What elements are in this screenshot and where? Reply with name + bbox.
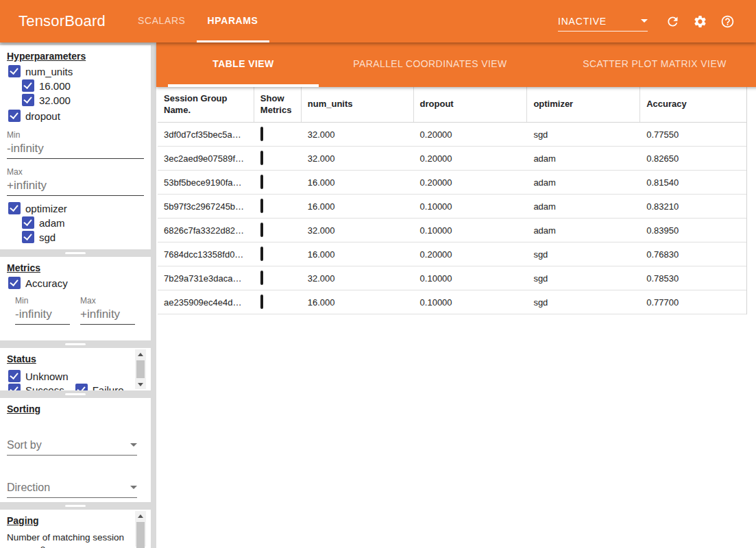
checkbox-num-units[interactable] bbox=[8, 65, 21, 77]
optimizer-value: sgd bbox=[527, 249, 640, 260]
status-failure[interactable]: Failure bbox=[67, 384, 124, 390]
paging-scrollbar[interactable] bbox=[135, 511, 146, 547]
hparams-main: TABLE VIEW PARALLEL COORDINATES VIEW SCA… bbox=[156, 42, 756, 548]
show-metrics-checkbox[interactable] bbox=[260, 151, 263, 165]
show-metrics-checkbox[interactable] bbox=[260, 199, 263, 213]
show-metrics-checkbox[interactable] bbox=[260, 295, 263, 309]
accuracy-min-input[interactable] bbox=[15, 306, 70, 325]
optimizer-option-adam[interactable]: adam bbox=[0, 216, 151, 229]
scrollbar-track[interactable] bbox=[135, 359, 146, 379]
col-session-group-name[interactable]: Session Group Name. bbox=[158, 87, 254, 122]
optimizer-value: sgd bbox=[527, 297, 640, 308]
num-units-option-16[interactable]: 16.000 bbox=[0, 79, 151, 92]
accuracy-max-field: Max bbox=[80, 296, 135, 325]
tab-scalars[interactable]: SCALARS bbox=[127, 0, 197, 42]
accuracy-value: 0.83210 bbox=[640, 201, 746, 212]
dropout-max-label: Max bbox=[7, 167, 151, 177]
table-row: 3ec2aed9e07589f… 32.000 0.20000 adam 0.8… bbox=[158, 147, 746, 171]
table-row: 7b29a731e3daca… 32.000 0.10000 sgd 0.785… bbox=[158, 266, 746, 290]
show-metrics-checkbox[interactable] bbox=[260, 271, 263, 285]
app-title: TensorBoard bbox=[0, 12, 127, 30]
num-units-option-32[interactable]: 32.000 bbox=[0, 94, 151, 106]
col-optimizer[interactable]: optimizer bbox=[527, 87, 640, 122]
scroll-down-icon[interactable] bbox=[135, 379, 146, 389]
checkbox-32[interactable] bbox=[22, 94, 34, 106]
col-accuracy[interactable]: Accuracy bbox=[640, 87, 746, 122]
status-title: Status bbox=[0, 348, 151, 364]
accuracy-value: 0.82650 bbox=[640, 153, 746, 164]
dropout-value: 0.20000 bbox=[414, 177, 528, 188]
show-metrics-checkbox[interactable] bbox=[260, 223, 263, 237]
tab-table-view[interactable]: TABLE VIEW bbox=[168, 42, 319, 87]
checkbox-16[interactable] bbox=[22, 79, 34, 92]
drag-handle[interactable] bbox=[65, 505, 86, 507]
num-units-value: 16.000 bbox=[302, 297, 414, 308]
checkbox-success[interactable] bbox=[8, 384, 21, 390]
checkbox-unknown[interactable] bbox=[8, 370, 21, 382]
direction-select[interactable]: Direction bbox=[7, 477, 137, 498]
option-16-label: 16.000 bbox=[39, 80, 71, 92]
status-select[interactable]: INACTIVE bbox=[558, 11, 648, 32]
checkbox-sgd[interactable] bbox=[22, 231, 34, 243]
dropout-value: 0.20000 bbox=[414, 129, 528, 140]
show-metrics-checkbox[interactable] bbox=[260, 247, 263, 261]
checkbox-failure[interactable] bbox=[75, 384, 88, 390]
drag-handle[interactable] bbox=[65, 393, 86, 395]
hparam-optimizer[interactable]: optimizer bbox=[0, 202, 151, 214]
table-header-row: Session Group Name. Show Metrics num_uni… bbox=[158, 87, 746, 123]
checkbox-optimizer[interactable] bbox=[8, 202, 21, 214]
tab-scatter-plot-matrix-view[interactable]: SCATTER PLOT MATRIX VIEW bbox=[541, 42, 756, 87]
optimizer-value: sgd bbox=[527, 273, 640, 284]
failure-label: Failure bbox=[93, 384, 124, 391]
drag-handle[interactable] bbox=[65, 343, 86, 345]
tab-hparams[interactable]: HPARAMS bbox=[197, 0, 269, 42]
show-metrics-checkbox[interactable] bbox=[260, 175, 263, 189]
session-group-name: 3ec2aed9e07589f… bbox=[158, 153, 254, 164]
accuracy-label: Accuracy bbox=[25, 277, 68, 289]
sort-by-select[interactable]: Sort by bbox=[7, 435, 137, 456]
gear-icon bbox=[693, 14, 707, 29]
optimizer-option-sgd[interactable]: sgd bbox=[0, 231, 151, 243]
col-dropout[interactable]: dropout bbox=[414, 87, 528, 122]
col-num-units[interactable]: num_units bbox=[302, 87, 414, 122]
refresh-button[interactable] bbox=[659, 8, 686, 35]
hparam-num-units[interactable]: num_units bbox=[0, 65, 151, 77]
checkbox-adam[interactable] bbox=[22, 216, 34, 229]
session-group-name: 3df0d7cf35bec5a… bbox=[158, 129, 254, 140]
top-toolbar: TensorBoard SCALARS HPARAMS INACTIVE bbox=[0, 0, 756, 42]
drag-handle[interactable] bbox=[65, 252, 86, 254]
hparams-sidebar: Hyperparameters num_units 16.000 32.000 … bbox=[0, 42, 156, 548]
dropout-min-input[interactable] bbox=[7, 140, 144, 159]
scrollbar-thumb[interactable] bbox=[136, 360, 145, 378]
settings-button[interactable] bbox=[686, 8, 714, 35]
checkbox-accuracy[interactable] bbox=[8, 277, 21, 289]
col-show-metrics[interactable]: Show Metrics bbox=[254, 87, 302, 122]
status-success[interactable]: Success bbox=[0, 384, 64, 390]
hyperparameters-title: Hyperparameters bbox=[0, 45, 151, 62]
help-button[interactable] bbox=[714, 8, 741, 35]
accuracy-max-input[interactable] bbox=[80, 306, 135, 325]
scrollbar-thumb[interactable] bbox=[136, 522, 145, 548]
optimizer-value: adam bbox=[527, 153, 640, 164]
table-row: 7684dcc13358fd0… 16.000 0.20000 sgd 0.76… bbox=[158, 242, 746, 266]
metric-accuracy[interactable]: Accuracy bbox=[0, 277, 151, 289]
status-unknown[interactable]: Unknown bbox=[0, 370, 69, 382]
sort-by-value: Sort by bbox=[7, 439, 42, 451]
status-scrollbar[interactable] bbox=[135, 349, 146, 389]
matching-groups-count: Number of matching session groups: 8 bbox=[0, 526, 151, 548]
hparam-dropout[interactable]: dropout bbox=[0, 110, 151, 122]
tab-parallel-coordinates-view[interactable]: PARALLEL COORDINATES VIEW bbox=[319, 42, 541, 87]
show-metrics-checkbox[interactable] bbox=[260, 127, 263, 141]
num-units-value: 16.000 bbox=[302, 249, 414, 260]
scrollbar-track[interactable] bbox=[135, 521, 146, 547]
status-section: Status Unknown Success Failure Running bbox=[0, 348, 151, 390]
checkbox-dropout[interactable] bbox=[8, 110, 21, 122]
scroll-up-icon[interactable] bbox=[135, 511, 146, 521]
session-group-name: 53bf5bece9190fa… bbox=[158, 177, 254, 188]
dropout-max-input[interactable] bbox=[7, 177, 144, 196]
dropout-value: 0.10000 bbox=[414, 225, 528, 236]
table-row: 53bf5bece9190fa… 16.000 0.20000 adam 0.8… bbox=[158, 171, 746, 195]
adam-label: adam bbox=[39, 217, 65, 229]
scroll-up-icon[interactable] bbox=[135, 349, 146, 359]
dropout-max-field: Max bbox=[0, 167, 151, 196]
